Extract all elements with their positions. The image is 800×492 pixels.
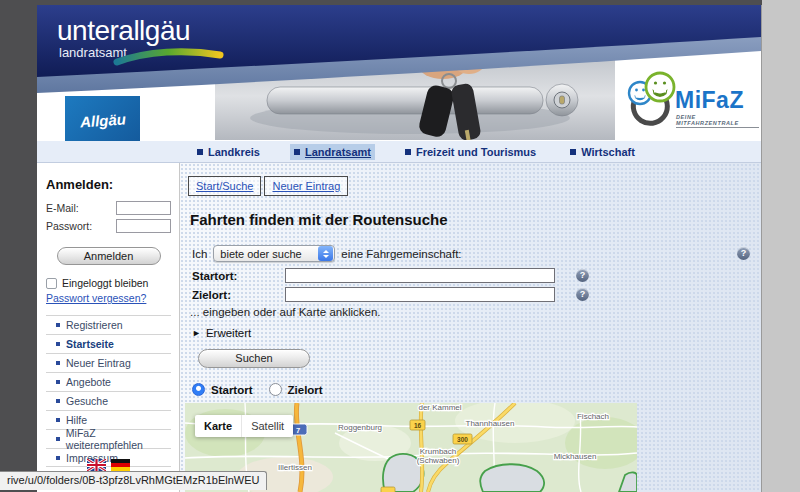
route-shield-icon — [381, 487, 395, 492]
content-tabs: Start/Suche Neuer Eintrag — [188, 176, 348, 196]
map-label-roggenburg: Roggenburg — [338, 423, 382, 432]
allgau-logo-label: Allgäu — [79, 110, 126, 130]
password-field[interactable] — [116, 219, 171, 233]
radio-zielort-icon — [269, 383, 282, 396]
login-button[interactable]: Anmelden — [57, 247, 161, 265]
route-16-shield-icon: 16 — [410, 420, 425, 430]
sidebar-item-gesuche[interactable]: Gesuche — [46, 391, 171, 410]
select-value: biete oder suche — [214, 248, 318, 260]
map-label-krumbach-1: Krumbach — [420, 447, 456, 456]
sidebar-item-mifaz-weiterempfehlen[interactable]: MiFaZ weiterempfehlen — [46, 429, 171, 448]
svg-text:16: 16 — [414, 422, 422, 429]
svg-text:300: 300 — [457, 436, 468, 443]
search-button[interactable]: Suchen — [198, 349, 310, 368]
login-title: Anmelden: — [46, 177, 171, 192]
nav-item-landkreis[interactable]: Landkreis — [193, 144, 264, 160]
tab-neuer-eintrag[interactable]: Neuer Eintrag — [264, 176, 348, 196]
map-karte-button[interactable]: Karte — [195, 415, 241, 437]
site-logo-title: unterallgäu — [57, 15, 190, 47]
map-label-fischach: Fischach — [577, 412, 609, 421]
nav-bullet-icon — [405, 149, 411, 155]
menu-bullet-icon — [56, 323, 60, 327]
nav-bullet-icon — [570, 149, 576, 155]
radio-startort[interactable]: Startort — [192, 383, 253, 396]
nav-item-landratsamt[interactable]: Landratsamt — [290, 144, 375, 160]
status-bar-url: rive/u/0/folders/0B-t3pfz8LvRhMGtEMzR1bE… — [0, 471, 267, 490]
offer-search-select[interactable]: biete oder suche — [213, 245, 335, 262]
sidebar: Anmelden: E-Mail: Passwort: Anmelden Ein… — [37, 163, 180, 492]
zielort-help-icon[interactable]: ? — [576, 288, 589, 301]
uk-flag-icon[interactable] — [87, 459, 106, 471]
desktop-background — [762, 0, 800, 492]
main-content: Start/Suche Neuer Eintrag Fahrten finden… — [180, 163, 762, 492]
expander-triangle-icon: ► — [192, 328, 201, 338]
password-label: Passwort: — [46, 220, 92, 232]
startort-label: Startort: — [192, 270, 285, 282]
sidebar-item-registrieren[interactable]: Registrieren — [46, 315, 171, 334]
map-type-control: Karte Satellit — [195, 415, 293, 437]
stay-logged-in-label: Eingeloggt bleiben — [62, 277, 148, 289]
map-label-kammel: der Kammel — [418, 403, 461, 412]
sidebar-item-angebote[interactable]: Angebote — [46, 372, 171, 391]
erweitert-expander[interactable]: ► Erweitert — [192, 327, 251, 339]
mifaz-tagline: DEINE MITFAHRZENTRALE — [676, 114, 759, 128]
map-mode-radios: Startort Zielort — [192, 383, 323, 396]
forgot-password-link[interactable]: Passwort vergessen? — [46, 292, 171, 304]
map-satellit-button[interactable]: Satellit — [241, 415, 293, 437]
email-label: E-Mail: — [46, 202, 79, 214]
help-icon[interactable]: ? — [737, 247, 750, 260]
menu-bullet-icon — [56, 361, 60, 365]
sidebar-item-neuer-eintrag[interactable]: Neuer Eintrag — [46, 353, 171, 372]
radio-zielort[interactable]: Zielort — [269, 383, 323, 396]
select-stepper-icon — [318, 246, 333, 261]
stay-logged-in-checkbox[interactable] — [46, 278, 57, 289]
car-door-handle-photo — [215, 60, 615, 140]
sentence-suffix: eine Fahrgemeinschaft: — [341, 248, 461, 260]
svg-text:7: 7 — [296, 426, 300, 435]
menu-bullet-icon — [56, 342, 60, 346]
sidebar-item-startseite[interactable]: Startseite — [46, 334, 171, 353]
zielort-input[interactable] — [285, 287, 555, 302]
nav-bullet-icon — [197, 149, 203, 155]
nav-item-freizeit-und-tourismus[interactable]: Freizeit und Tourismus — [401, 144, 540, 160]
startort-help-icon[interactable]: ? — [576, 269, 589, 282]
tab-start-suche[interactable]: Start/Suche — [188, 176, 261, 196]
mifaz-faces-icon — [619, 69, 677, 131]
main-navigation: Landkreis Landratsamt Freizeit und Touri… — [37, 141, 762, 163]
browser-page: unterallgäu landratsamt Allgäu — [37, 5, 762, 492]
map-label-krumbach-2: (Schwaben) — [417, 456, 460, 465]
route-300-shield-icon: 300 — [453, 434, 472, 444]
logo-swoosh-graphic — [113, 46, 225, 68]
zielort-label: Zielort: — [192, 289, 285, 301]
menu-bullet-icon — [56, 437, 60, 441]
mifaz-wordmark: MiFaZ — [675, 87, 744, 114]
nav-bullet-icon — [294, 149, 300, 155]
nav-item-wirtschaft[interactable]: Wirtschaft — [566, 144, 639, 160]
sidebar-menu: Registrieren Startseite Neuer Eintrag An… — [46, 315, 171, 467]
map-label-thannhausen: Thannhausen — [466, 419, 515, 428]
sentence-prefix: Ich — [192, 248, 207, 260]
allgau-logo: Allgäu — [65, 96, 140, 144]
map-label-mickhausen: Mickhausen — [554, 452, 597, 461]
menu-bullet-icon — [56, 380, 60, 384]
map-hint-text: ... eingeben oder auf Karte anklicken. — [190, 306, 381, 318]
map-label-illertissen: Illertissen — [278, 463, 312, 472]
german-flag-icon[interactable] — [111, 459, 130, 471]
startort-input[interactable] — [285, 268, 555, 283]
menu-bullet-icon — [56, 399, 60, 403]
desktop-screen: unterallgäu landratsamt Allgäu — [0, 0, 800, 492]
menu-bullet-icon — [56, 418, 60, 422]
mifaz-logo: MiFaZ DEINE MITFAHRZENTRALE — [619, 69, 759, 139]
page-title: Fahrten finden mit der Routensuche — [190, 211, 448, 228]
radio-startort-icon — [192, 383, 205, 396]
email-field[interactable] — [116, 201, 171, 215]
